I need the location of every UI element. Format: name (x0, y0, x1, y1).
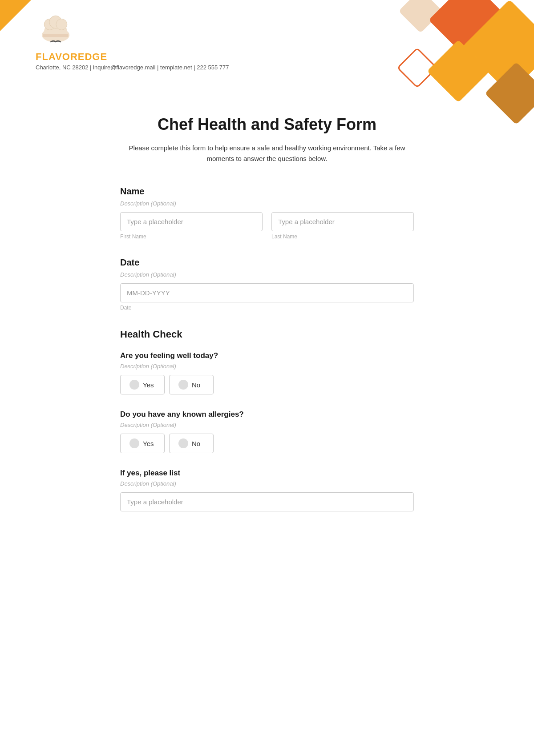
first-name-input[interactable] (120, 212, 263, 231)
date-label: Date (120, 257, 414, 268)
logo-area: FLAVOREDGE Charlotte, NC 28202 | inquire… (36, 13, 498, 71)
last-name-input[interactable] (271, 212, 414, 231)
logo-icon (36, 13, 76, 49)
allergy-list-block: If yes, please list Description (Optiona… (120, 469, 414, 511)
header: FLAVOREDGE Charlotte, NC 28202 | inquire… (0, 0, 534, 80)
allergies-label: Do you have any known allergies? (120, 410, 414, 419)
allergies-block: Do you have any known allergies? Descrip… (120, 410, 414, 453)
last-name-sublabel: Last Name (271, 233, 414, 240)
first-name-field: First Name (120, 212, 263, 240)
svg-point-3 (56, 19, 67, 30)
health-check-title: Health Check (120, 329, 414, 340)
date-input[interactable] (120, 283, 414, 302)
last-name-field: Last Name (271, 212, 414, 240)
svg-rect-4 (43, 34, 69, 37)
date-sublabel: Date (120, 305, 414, 311)
date-section: Date Description (Optional) Date (120, 257, 414, 311)
name-label: Name (120, 186, 414, 197)
allergies-radio-group: Yes No (120, 434, 414, 453)
first-name-sublabel: First Name (120, 233, 263, 240)
allergies-description: Description (Optional) (120, 422, 414, 428)
allergies-yes-label: Yes (143, 440, 154, 447)
allergy-list-label: If yes, please list (120, 469, 414, 478)
form-description: Please complete this form to help ensure… (120, 143, 414, 164)
feeling-well-radio-group: Yes No (120, 375, 414, 394)
main-content: Chef Health and Safety Form Please compl… (67, 80, 467, 547)
allergy-list-input[interactable] (120, 492, 414, 511)
feeling-well-yes[interactable]: Yes (120, 375, 165, 394)
feeling-well-label: Are you feeling well today? (120, 351, 414, 360)
allergies-radio-circle-yes (129, 438, 139, 448)
feeling-well-block: Are you feeling well today? Description … (120, 351, 414, 394)
feeling-well-no[interactable]: No (169, 375, 214, 394)
allergies-no-label: No (192, 440, 200, 447)
brand-info: Charlotte, NC 28202 | inquire@flavoredge… (36, 64, 229, 71)
name-description: Description (Optional) (120, 200, 414, 207)
allergies-yes[interactable]: Yes (120, 434, 165, 453)
health-check-section: Health Check Are you feeling well today?… (120, 329, 414, 511)
form-title: Chef Health and Safety Form (120, 115, 414, 134)
radio-circle-no (178, 380, 188, 390)
allergies-radio-circle-no (178, 438, 188, 448)
name-row: First Name Last Name (120, 212, 414, 240)
brand-name: FLAVOREDGE (36, 51, 107, 63)
feeling-well-description: Description (Optional) (120, 363, 414, 370)
feeling-well-no-label: No (192, 381, 200, 389)
radio-circle-yes (129, 380, 139, 390)
name-section: Name Description (Optional) First Name L… (120, 186, 414, 240)
date-description: Description (Optional) (120, 271, 414, 278)
allergies-no[interactable]: No (169, 434, 214, 453)
feeling-well-yes-label: Yes (143, 381, 154, 389)
allergy-list-description: Description (Optional) (120, 480, 414, 487)
